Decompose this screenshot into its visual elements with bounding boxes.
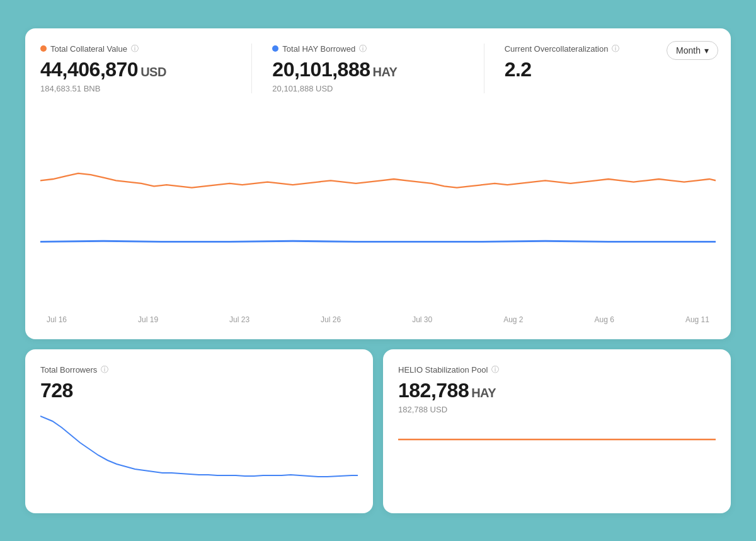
helio-chart-svg [398,427,716,452]
x-label-jul23: Jul 23 [229,315,249,324]
x-label-aug11: Aug 11 [685,315,709,324]
borrowers-info-icon[interactable]: ⓘ [101,364,108,375]
helio-chart-area [398,427,716,465]
top-card: Total Collateral Value ⓘ 44,406,870USD 1… [25,28,731,339]
collateral-info-icon[interactable]: ⓘ [131,44,139,54]
dashboard: Total Collateral Value ⓘ 44,406,870USD 1… [25,28,731,513]
collateral-label: Total Collateral Value ⓘ [40,44,231,54]
collateral-value: 44,406,870USD [40,58,231,81]
orange-dot [40,45,47,52]
metrics-row: Total Collateral Value ⓘ 44,406,870USD 1… [40,44,716,103]
borrowers-chart-svg [40,410,358,498]
helio-label-text: HELIO Stabilization Pool [398,365,488,375]
borrowers-chart-area [40,410,358,498]
x-label-jul16: Jul 16 [47,315,67,324]
bottom-row: Total Borrowers ⓘ 728 HELIO Stabilizatio… [25,349,731,513]
metric-collateral: Total Collateral Value ⓘ 44,406,870USD 1… [40,44,252,93]
borrowers-card: Total Borrowers ⓘ 728 [25,349,373,513]
overcollateral-value: 2.2 [505,58,696,81]
x-label-aug2: Aug 2 [503,315,523,324]
blue-dot [272,45,278,52]
helio-info-icon[interactable]: ⓘ [491,364,499,375]
hay-info-icon[interactable]: ⓘ [359,44,367,54]
month-button[interactable]: Month ▾ [667,41,718,60]
x-label-jul19: Jul 19 [138,315,158,324]
hay-label-text: Total HAY Borrowed [282,44,355,54]
month-label: Month [676,45,701,55]
metric-hay-borrowed: Total HAY Borrowed ⓘ 20,101,888HAY 20,10… [272,44,484,93]
borrowers-label-text: Total Borrowers [40,365,97,375]
chevron-down-icon: ▾ [704,45,709,55]
main-chart-area [40,108,716,310]
borrowers-label: Total Borrowers ⓘ [40,364,358,375]
overcollateral-label-text: Current Overcollateralization [505,44,609,54]
x-label-jul30: Jul 30 [412,315,432,324]
x-axis-labels: Jul 16 Jul 19 Jul 23 Jul 26 Jul 30 Aug 2… [40,310,716,324]
collateral-sub: 184,683.51 BNB [40,84,231,93]
hay-label: Total HAY Borrowed ⓘ [272,44,463,54]
helio-card: HELIO Stabilization Pool ⓘ 182,788HAY 18… [383,349,731,513]
helio-sub: 182,788 USD [398,405,716,414]
main-chart-svg [40,108,716,310]
x-label-aug6: Aug 6 [595,315,614,324]
borrowers-value: 728 [40,379,358,402]
collateral-label-text: Total Collateral Value [50,44,127,54]
helio-value: 182,788HAY [398,379,716,402]
hay-value: 20,101,888HAY [272,58,463,81]
overcollateral-info-icon[interactable]: ⓘ [612,44,619,54]
hay-sub: 20,101,888 USD [272,84,463,93]
helio-label: HELIO Stabilization Pool ⓘ [398,364,716,375]
x-label-jul26: Jul 26 [321,315,341,324]
